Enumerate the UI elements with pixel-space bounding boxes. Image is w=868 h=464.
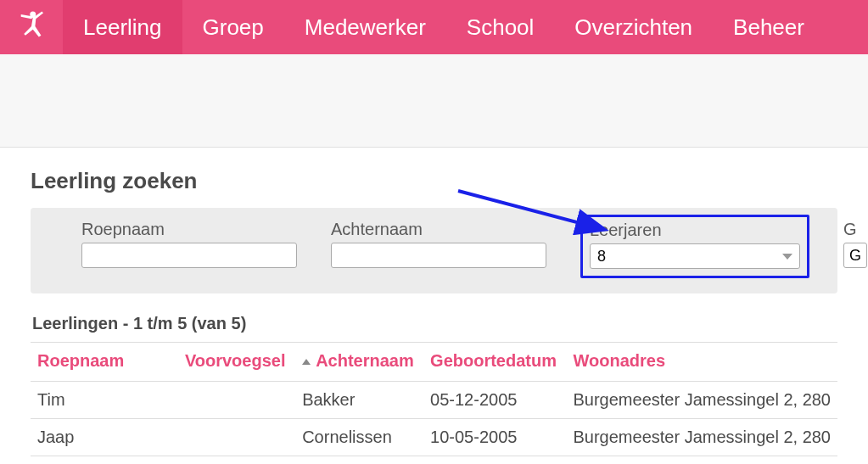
- nav-school[interactable]: School: [446, 0, 555, 54]
- roepnaam-input[interactable]: [81, 243, 297, 268]
- leerjaren-label: Leerjaren: [590, 221, 800, 240]
- table-row[interactable]: Tim Bakker 05-12-2005 Burgemeester James…: [31, 382, 837, 419]
- leerjaren-select[interactable]: 8: [590, 243, 800, 269]
- cell-roepnaam: Tim: [31, 382, 178, 419]
- results: Leerlingen - 1 t/m 5 (van 5) Roepnaam Vo…: [31, 314, 837, 464]
- logo-icon[interactable]: [0, 0, 63, 54]
- content: Leerling zoeken Roepnaam Achternaam Leer…: [0, 148, 868, 464]
- th-woonadres[interactable]: Woonadres: [567, 343, 838, 382]
- cell-woonadres: Burgemeester Jamessingel 2, 280: [567, 419, 838, 456]
- sub-header: [0, 54, 868, 148]
- cell-roepnaam: Jaap: [31, 419, 178, 456]
- nav-groep[interactable]: Groep: [182, 0, 284, 54]
- gr-label: G: [843, 220, 867, 239]
- search-group-achternaam: Achternaam: [331, 220, 546, 278]
- cell-geboortedatum: 05-10-2005: [423, 456, 566, 465]
- search-title: Leerling zoeken: [31, 168, 837, 194]
- navbar: Leerling Groep Medewerker School Overzic…: [0, 0, 868, 54]
- cell-roepnaam: Marit: [31, 456, 178, 465]
- gr-input[interactable]: [843, 243, 867, 268]
- th-achternaam[interactable]: Achternaam: [295, 343, 423, 382]
- results-table: Roepnaam Voorvoegsel Achternaam Geboorte…: [31, 342, 837, 464]
- search-panel: Roepnaam Achternaam Leerjaren 8 G: [31, 208, 837, 293]
- table-row[interactable]: Marit Evertsen 05-10-2005 Burgemeester J…: [31, 456, 837, 465]
- cell-geboortedatum: 10-05-2005: [423, 419, 566, 456]
- cell-geboortedatum: 05-12-2005: [423, 382, 566, 419]
- roepnaam-label: Roepnaam: [81, 220, 297, 239]
- cell-achternaam: Cornelissen: [295, 419, 423, 456]
- cell-voorvoegsel: [178, 382, 295, 419]
- th-geboortedatum[interactable]: Geboortedatum: [423, 343, 566, 382]
- cell-voorvoegsel: [178, 456, 295, 465]
- cell-woonadres: Burgemeester Jamessingel 2, 280: [567, 382, 838, 419]
- achternaam-label: Achternaam: [331, 220, 546, 239]
- th-voorvoegsel[interactable]: Voorvoegsel: [178, 343, 295, 382]
- nav-beheer[interactable]: Beheer: [713, 0, 825, 54]
- search-group-roepnaam: Roepnaam: [81, 220, 297, 278]
- th-roepnaam[interactable]: Roepnaam: [31, 343, 178, 382]
- sort-asc-icon: [302, 359, 311, 365]
- search-group-leerjaren: Leerjaren 8: [580, 215, 809, 278]
- table-row[interactable]: Jaap Cornelissen 10-05-2005 Burgemeester…: [31, 419, 837, 456]
- nav-overzichten[interactable]: Overzichten: [554, 0, 713, 54]
- cell-achternaam: Bakker: [295, 382, 423, 419]
- chevron-down-icon: [782, 254, 792, 260]
- cell-voorvoegsel: [178, 419, 295, 456]
- dancer-icon: [16, 8, 47, 46]
- nav-medewerker[interactable]: Medewerker: [284, 0, 446, 54]
- search-group-gr: G: [843, 220, 867, 278]
- achternaam-input[interactable]: [331, 243, 546, 268]
- nav-leerling[interactable]: Leerling: [63, 0, 182, 54]
- leerjaren-value: 8: [597, 248, 606, 266]
- cell-achternaam: Evertsen: [295, 456, 423, 465]
- cell-woonadres: Burgemeester Jamessingel 2, 280: [567, 456, 838, 465]
- results-title: Leerlingen - 1 t/m 5 (van 5): [31, 314, 837, 333]
